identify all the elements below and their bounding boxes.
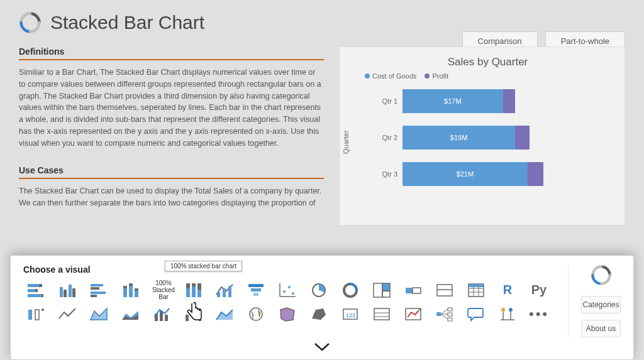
svg-rect-26 xyxy=(217,292,220,297)
stacked-bar-icon[interactable] xyxy=(23,280,48,300)
map-icon[interactable] xyxy=(243,304,269,324)
line-chart-icon[interactable] xyxy=(55,304,80,324)
svg-rect-60 xyxy=(194,308,197,312)
bar-value-q1: $17M xyxy=(444,97,462,105)
categories-button[interactable]: Categories xyxy=(581,296,621,314)
r-visual-icon[interactable]: R xyxy=(495,280,520,300)
key-influencers-icon[interactable] xyxy=(23,304,48,324)
svg-rect-13 xyxy=(91,295,97,297)
bar-value-q2: $19M xyxy=(450,134,468,141)
stacked-area-icon[interactable] xyxy=(118,304,143,324)
svg-point-54 xyxy=(42,308,44,311)
legend-dot-cost xyxy=(365,74,370,79)
svg-rect-5 xyxy=(42,294,43,297)
matrix-icon[interactable] xyxy=(464,280,489,300)
kpi-icon[interactable] xyxy=(401,304,426,324)
svg-rect-43 xyxy=(413,288,421,293)
multi-row-card-icon[interactable]: 123 xyxy=(338,304,363,324)
chart-panel: Sales by Quarter Cost of Goods Profit Qu… xyxy=(339,46,625,226)
clustered-bar-icon[interactable] xyxy=(86,280,111,300)
visual-tooltip: 100% stacked bar chart xyxy=(165,261,242,271)
chart-legend: Cost of Goods Profit xyxy=(365,72,611,80)
svg-rect-2 xyxy=(28,289,35,292)
funnel-icon[interactable] xyxy=(243,280,269,300)
page-title: Stacked Bar Chart xyxy=(50,12,204,33)
treemap-icon[interactable] xyxy=(369,280,394,300)
side-logo-icon xyxy=(591,265,612,286)
pie-icon[interactable] xyxy=(306,280,331,300)
timeline-icon[interactable] xyxy=(495,304,520,324)
svg-rect-16 xyxy=(129,286,133,297)
svg-rect-42 xyxy=(406,288,413,293)
area-chart-icon[interactable] xyxy=(86,304,111,324)
visual-picker-panel: Choose a visual 100% stacked bar chart 1… xyxy=(10,255,634,360)
bar-value-q3: $21M xyxy=(457,170,474,178)
python-visual-icon[interactable]: Py xyxy=(526,280,552,300)
chart-title: Sales by Quarter xyxy=(365,56,611,68)
svg-rect-72 xyxy=(448,313,452,316)
about-us-button[interactable]: About us xyxy=(581,320,621,337)
donut-icon[interactable] xyxy=(338,280,363,300)
svg-rect-27 xyxy=(223,288,226,297)
chevron-down-icon[interactable] xyxy=(23,342,621,356)
svg-rect-21 xyxy=(186,283,190,288)
usecases-heading: Use Cases xyxy=(19,165,324,179)
svg-rect-6 xyxy=(60,287,63,297)
svg-line-76 xyxy=(441,314,448,319)
svg-rect-19 xyxy=(135,288,138,291)
waterfall-icon[interactable] xyxy=(180,304,206,324)
selected-visual-label: 100% Stacked Bar xyxy=(149,280,178,300)
svg-rect-23 xyxy=(192,283,196,286)
svg-rect-14 xyxy=(123,288,127,297)
line-area-icon[interactable] xyxy=(212,304,237,324)
svg-rect-4 xyxy=(28,294,42,297)
svg-rect-10 xyxy=(91,284,103,286)
clustered-column-icon[interactable] xyxy=(55,280,80,300)
app-logo-icon xyxy=(19,11,42,34)
svg-point-34 xyxy=(283,290,286,293)
shape-map-icon[interactable] xyxy=(306,304,331,324)
stacked-column-icon[interactable] xyxy=(118,280,143,300)
svg-rect-12 xyxy=(91,292,106,294)
svg-text:123: 123 xyxy=(346,312,355,319)
legend-cost: Cost of Goods xyxy=(372,72,416,80)
svg-rect-15 xyxy=(123,286,127,288)
svg-rect-7 xyxy=(64,290,67,297)
ribbon-chart-icon[interactable] xyxy=(212,280,237,300)
legend-dot-profit xyxy=(425,74,430,79)
scatter-icon[interactable] xyxy=(275,280,300,300)
svg-rect-65 xyxy=(374,308,389,320)
svg-rect-30 xyxy=(251,288,261,292)
svg-point-79 xyxy=(509,308,513,312)
svg-rect-73 xyxy=(448,318,452,321)
slicer-icon[interactable] xyxy=(369,304,394,324)
filled-map-icon[interactable] xyxy=(275,304,300,324)
more-visuals-icon[interactable]: ••• xyxy=(526,304,552,324)
visual-picker-title: Choose a visual xyxy=(23,265,555,275)
chart-y-axis-label: Quarter xyxy=(342,130,350,153)
svg-rect-70 xyxy=(436,312,441,316)
svg-rect-31 xyxy=(253,293,258,296)
bar-label-q1: Qtr 1 xyxy=(377,97,402,105)
svg-rect-29 xyxy=(248,284,264,287)
combo-chart-icon[interactable] xyxy=(149,304,174,324)
svg-rect-40 xyxy=(382,283,390,291)
decomposition-tree-icon[interactable] xyxy=(432,304,457,324)
svg-rect-9 xyxy=(72,288,75,297)
svg-rect-17 xyxy=(129,283,133,286)
qa-icon[interactable] xyxy=(464,304,489,324)
card-icon[interactable] xyxy=(432,280,457,300)
gauge-icon[interactable] xyxy=(401,280,426,300)
svg-rect-61 xyxy=(199,308,201,321)
svg-point-77 xyxy=(501,308,505,312)
chart-area: Qtr 1 $17M Qtr 2 $19M Qtr 3 $21M xyxy=(365,87,611,188)
svg-rect-28 xyxy=(228,286,231,297)
svg-rect-1 xyxy=(39,284,42,287)
hundred-stacked-column-icon[interactable] xyxy=(180,280,206,300)
definitions-body: Similiar to a Bar Chart, The Stacked Bar… xyxy=(19,67,324,149)
svg-rect-18 xyxy=(135,291,138,297)
svg-rect-57 xyxy=(165,315,168,321)
bar-label-q3: Qtr 3 xyxy=(377,170,402,178)
svg-rect-59 xyxy=(190,311,193,316)
svg-rect-8 xyxy=(69,285,72,297)
